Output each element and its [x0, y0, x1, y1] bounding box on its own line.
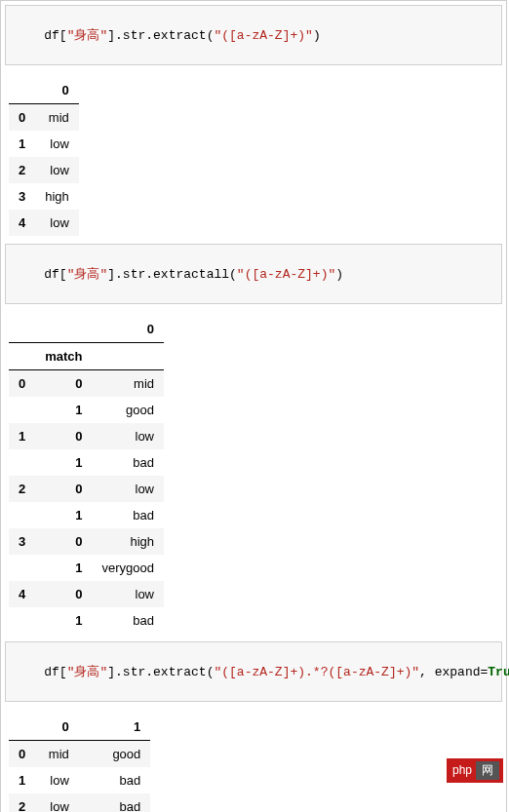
table-row: 2lowbad	[9, 793, 150, 812]
table-index-header	[9, 77, 35, 104]
table-index-header	[9, 316, 35, 343]
table-col-header: 0	[35, 77, 79, 104]
table-row-index-1: 0	[35, 528, 92, 555]
table-row-index-1: 0	[35, 581, 92, 607]
code-segment: )	[313, 28, 321, 43]
table-col-header: 1	[79, 714, 150, 741]
table-row: 1bad	[9, 502, 164, 528]
code-segment: ].str.extractall(	[107, 267, 237, 282]
table-row: 1bad	[9, 449, 164, 476]
code-cell-0: df["身高"].str.extract("([a-zA-Z]+)")	[5, 5, 502, 65]
table-row: 0mid	[9, 104, 79, 132]
code-segment: df[	[44, 665, 66, 679]
table-cell: low	[35, 131, 79, 157]
table-row: 1good	[9, 397, 164, 423]
table-row-index-1: 0	[35, 370, 92, 398]
logo-left-text: php	[452, 763, 472, 777]
output-cell-0: 0 0mid 1low 2low 3high 4low	[5, 69, 502, 240]
table-row-index-0: 3	[9, 528, 35, 555]
table-row-index-1: 1	[35, 449, 92, 476]
code-segment: "([a-zA-Z]+)"	[214, 28, 312, 43]
table-row-index: 2	[9, 157, 35, 183]
code-cell-1: df["身高"].str.extractall("([a-zA-Z]+)")	[5, 244, 502, 304]
dataframe-table-1: 0 match 00mid 1good 10low 1bad 20low 1ba…	[9, 316, 164, 634]
table-cell: mid	[35, 741, 79, 768]
table-cell: bad	[79, 793, 150, 812]
table-cell: bad	[93, 449, 164, 476]
table-row-index-1: 1	[35, 555, 92, 581]
table-cell: low	[35, 793, 79, 812]
table-row: 1lowbad	[9, 767, 150, 793]
table-cell: low	[35, 157, 79, 183]
table-index-header	[9, 714, 35, 741]
table-row: 20low	[9, 476, 164, 502]
output-cell-2: 0 1 0midgood 1lowbad 2lowbad 3highverygo…	[5, 706, 502, 812]
table-spacer-header	[93, 343, 164, 370]
table-row-index: 2	[9, 793, 35, 812]
table-row-index: 3	[9, 183, 35, 210]
code-cell-2: df["身高"].str.extract("([a-zA-Z]+).*?([a-…	[5, 641, 502, 702]
code-segment: "([a-zA-Z]+).*?([a-zA-Z]+)"	[214, 665, 419, 679]
table-row-index: 1	[9, 767, 35, 793]
table-row-index-1: 1	[35, 502, 92, 528]
table-row-index-0	[9, 397, 35, 423]
table-index-name	[9, 343, 35, 370]
table-row-index-0	[9, 502, 35, 528]
logo-right-text: 网	[476, 761, 499, 780]
table-cell: low	[35, 210, 79, 236]
table-row-index-0	[9, 449, 35, 476]
table-col-header: 0	[93, 316, 164, 343]
code-segment: ].str.extract(	[107, 28, 214, 43]
table-cell: low	[35, 767, 79, 793]
site-logo-badge: php网	[447, 758, 503, 783]
code-segment: "身高"	[67, 28, 108, 43]
table-row: 4low	[9, 210, 79, 236]
table-row: 0midgood	[9, 741, 150, 768]
table-cell: high	[93, 528, 164, 555]
code-segment: )	[335, 267, 343, 282]
table-index-name: match	[35, 343, 92, 370]
table-row-index-0	[9, 607, 35, 634]
table-cell: verygood	[93, 555, 164, 581]
table-row-index-0: 1	[9, 423, 35, 449]
table-row-index: 0	[9, 741, 35, 768]
code-segment: True	[488, 665, 509, 679]
table-row: 00mid	[9, 370, 164, 398]
table-cell: bad	[93, 607, 164, 634]
table-row-index: 1	[9, 131, 35, 157]
table-row-index-1: 0	[35, 423, 92, 449]
code-segment: ].str.extract(	[107, 665, 214, 679]
table-index-header	[35, 316, 92, 343]
code-segment: df[	[44, 28, 66, 43]
table-row-index: 0	[9, 104, 35, 132]
table-row-index-1: 1	[35, 397, 92, 423]
table-cell: mid	[93, 370, 164, 398]
table-row-index-0: 2	[9, 476, 35, 502]
table-row-index-1: 0	[35, 476, 92, 502]
table-row: 30high	[9, 528, 164, 555]
table-col-header: 0	[35, 714, 79, 741]
table-row-index-1: 1	[35, 607, 92, 634]
table-cell: low	[93, 476, 164, 502]
table-row: 3high	[9, 183, 79, 210]
table-row: 2low	[9, 157, 79, 183]
table-cell: good	[79, 741, 150, 768]
code-segment: df[	[44, 267, 66, 282]
code-segment: "身高"	[67, 665, 108, 679]
dataframe-table-0: 0 0mid 1low 2low 3high 4low	[9, 77, 79, 236]
table-row-index-0: 0	[9, 370, 35, 398]
table-row-index: 4	[9, 210, 35, 236]
output-cell-1: 0 match 00mid 1good 10low 1bad 20low 1ba…	[5, 308, 502, 638]
table-row: 1low	[9, 131, 79, 157]
table-row-index-0: 4	[9, 581, 35, 607]
table-cell: mid	[35, 104, 79, 132]
table-cell: bad	[93, 502, 164, 528]
table-row: 40low	[9, 581, 164, 607]
dataframe-table-2: 0 1 0midgood 1lowbad 2lowbad 3highverygo…	[9, 714, 150, 812]
table-cell: good	[93, 397, 164, 423]
table-cell: bad	[79, 767, 150, 793]
table-cell: low	[93, 423, 164, 449]
code-segment: , expand=	[419, 665, 488, 679]
table-row: 1bad	[9, 607, 164, 634]
code-segment: "([a-zA-Z]+)"	[237, 267, 335, 282]
